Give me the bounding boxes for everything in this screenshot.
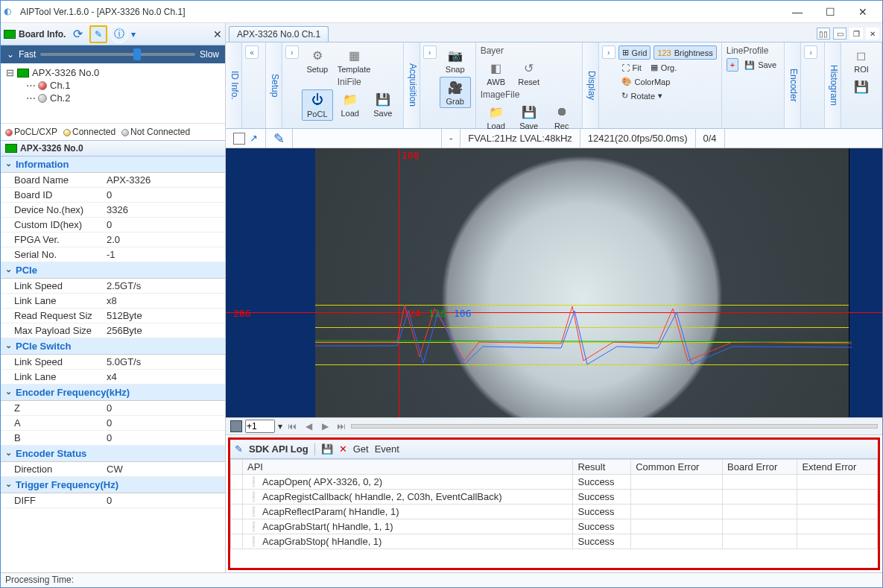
template-button[interactable]: ▦Template (335, 45, 374, 75)
image-viewer[interactable]: 108 286 124 126 106 (226, 148, 882, 417)
plus-icon: + (730, 60, 735, 69)
panel-close-icon[interactable]: ✕ (213, 28, 222, 40)
fit-button[interactable]: ⛶Fit (618, 61, 645, 74)
hist-save-button[interactable]: 💾 (846, 77, 877, 96)
section-header[interactable]: Encoder Status (1, 446, 225, 462)
refresh-icon[interactable]: ⟳ (69, 25, 86, 43)
selected-board-label: APX-3326 No.0 (20, 143, 83, 154)
rotate-icon: ↻ (621, 91, 628, 101)
property-row: A0 (1, 416, 225, 431)
property-row: Link Lanex4 (1, 370, 225, 385)
maximize-button[interactable]: ☐ (814, 1, 846, 22)
org-icon: ▦ (651, 63, 658, 72)
profile-save-button[interactable]: 💾Save (741, 58, 779, 72)
tab-channel[interactable]: APX-3326 No.0 Ch.1 (229, 26, 329, 42)
save-icon: 💾 (853, 78, 870, 95)
section-header[interactable]: Information (1, 157, 225, 173)
event-button[interactable]: Event (375, 443, 399, 455)
save-icon: 💾 (744, 60, 755, 70)
log-row[interactable]: AcapRegistCallback( hHandle, 2, C03h, Ev… (231, 490, 878, 505)
zoom-input[interactable] (245, 420, 275, 433)
add-profile-button[interactable]: + (727, 58, 738, 72)
status-bar: Processing Time: (1, 572, 882, 587)
tree-ch2[interactable]: Ch.2 (50, 92, 70, 104)
fit-icon: ⛶ (621, 63, 630, 72)
prev-icon[interactable]: ◀ (302, 420, 315, 433)
clear-log-icon[interactable]: ✕ (339, 443, 347, 455)
speed-slider[interactable]: ⌄ Fast Slow (1, 45, 225, 63)
brightness-button[interactable]: 123Brightness (653, 45, 716, 60)
camera-icon: 📷 (447, 47, 463, 63)
snap-button[interactable]: 📷Snap (440, 45, 471, 75)
vtab-setup[interactable]: Setup (266, 42, 282, 128)
vtab-encoder[interactable]: Encoder (785, 42, 801, 128)
arrow-icon: ↗ (250, 133, 258, 144)
img-save-button[interactable]: 💾Save (513, 102, 545, 132)
log-row[interactable]: AcapOpen( APX-3326, 0, 2)Success (231, 475, 878, 490)
rotate-button[interactable]: ↻Rotate▾ (618, 89, 717, 102)
layout-icon-2[interactable]: ▭ (833, 28, 846, 39)
get-button[interactable]: Get (353, 443, 369, 455)
board-info-label: Board Info. (19, 29, 66, 39)
restore-icon[interactable]: ❐ (849, 28, 863, 39)
save-log-icon[interactable]: 💾 (321, 443, 333, 455)
vtab-acquisition[interactable]: Acquisition (404, 42, 420, 128)
connect-icon[interactable]: ✎ (89, 25, 107, 43)
org-button[interactable]: ▦Org. (648, 61, 680, 74)
roi-button[interactable]: ◻ROI (846, 45, 877, 75)
board-icon (4, 30, 16, 39)
overlay-108: 108 (402, 150, 419, 161)
status-frames: 12421(20.0fps/50.0ms) (580, 129, 696, 148)
close-button[interactable]: ✕ (846, 1, 879, 22)
mdi-close-icon[interactable]: ✕ (866, 28, 879, 39)
marker-icon[interactable] (233, 133, 245, 145)
record-icon: ⏺ (554, 104, 570, 120)
gear-icon: ⚙ (309, 47, 326, 63)
brightness-icon: 123 (657, 48, 671, 57)
palette-icon: 🎨 (621, 77, 632, 86)
seek-slider[interactable] (351, 424, 878, 429)
first-icon[interactable]: ⏮ (285, 420, 299, 433)
property-row: DirectionCW (1, 462, 225, 477)
setup-button[interactable]: ⚙Setup (302, 45, 333, 75)
layout-icon-1[interactable]: ▯▯ (817, 28, 830, 39)
last-icon[interactable]: ⏭ (335, 420, 348, 433)
speed-knob[interactable] (133, 48, 141, 60)
probe-icon[interactable]: ✎ (266, 129, 293, 148)
img-load-button[interactable]: 📁Load (481, 102, 512, 132)
vtab-id-info[interactable]: ID Info. (226, 42, 242, 128)
sdk-log-panel: ✎ SDK API Log 💾 ✕ Get Event APIResultCom… (228, 437, 880, 570)
property-row: Link Speed2.5GT/s (1, 279, 225, 294)
log-row[interactable]: AcapGrabStop( hHandle, 1)Success (231, 534, 878, 549)
section-header[interactable]: PCIe (1, 262, 225, 279)
reset-button[interactable]: ↺Reset (513, 58, 545, 88)
left-panel: Board Info. ⟳ ✎ ⓘ ▾ ✕ ⌄ Fast Slow ⊟APX-3… (1, 23, 226, 572)
load-button[interactable]: 📁Load (335, 89, 366, 121)
collapse-icon[interactable]: « (245, 45, 259, 59)
expand-icon[interactable]: › (285, 45, 299, 59)
vtab-display[interactable]: Display (583, 42, 599, 128)
tree-ch1[interactable]: Ch.1 (50, 80, 70, 91)
grab-button[interactable]: 🎥Grab (440, 77, 471, 108)
awb-button[interactable]: ◧AWB (481, 58, 512, 88)
save-icon: 💾 (521, 104, 537, 120)
property-row: DIFF0 (1, 493, 225, 508)
roi-icon: ◻ (853, 47, 870, 63)
section-header[interactable]: Encoder Frequency(kHz) (1, 385, 225, 401)
minimize-button[interactable]: — (781, 1, 814, 22)
colormap-button[interactable]: 🎨ColorMap (618, 75, 717, 88)
info-icon[interactable]: ⓘ (110, 25, 128, 43)
rec-button[interactable]: ⏺Rec (546, 102, 577, 132)
screen-icon[interactable] (230, 420, 242, 432)
section-header[interactable]: PCIe Switch (1, 338, 225, 355)
log-row[interactable]: AcapGrabStart( hHandle, 1, 1)Success (231, 519, 878, 534)
grid-button[interactable]: ⊞Grid (618, 45, 651, 60)
pocl-button[interactable]: ⏻PoCL (302, 89, 333, 121)
vtab-histogram[interactable]: Histogram (825, 42, 841, 128)
save-button[interactable]: 💾Save (367, 89, 399, 121)
log-row[interactable]: AcapReflectParam( hHandle, 1)Success (231, 505, 878, 519)
play-icon[interactable]: ▶ (318, 420, 332, 433)
section-header[interactable]: Trigger Frequency(Hz) (1, 477, 225, 493)
video-icon: 🎥 (447, 79, 463, 95)
tree-board[interactable]: APX-3326 No.0 (32, 67, 99, 78)
